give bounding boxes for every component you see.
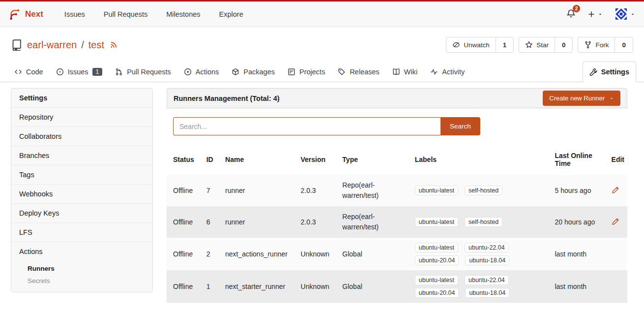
code-icon: [14, 68, 22, 76]
brand-name: Next: [25, 9, 43, 19]
label-chip: self-hosted: [465, 186, 502, 195]
pull-request-icon: [115, 68, 123, 76]
search-button[interactable]: Search: [440, 117, 480, 135]
sidebar-item-deploy-keys[interactable]: Deploy Keys: [11, 203, 152, 222]
tab-projects[interactable]: Projects: [281, 62, 331, 82]
runner-row: Offline7runner2.0.3Repo(earl-warren/test…: [167, 175, 627, 206]
tag-icon: [338, 68, 346, 76]
edit-runner-button[interactable]: [612, 186, 619, 194]
tab-releases[interactable]: Releases: [331, 62, 385, 82]
user-menu-dropdown[interactable]: [615, 7, 635, 21]
search-input[interactable]: [173, 117, 440, 135]
repo-owner-link[interactable]: earl-warren: [27, 39, 77, 51]
tab-code[interactable]: Code: [8, 62, 50, 82]
repo-tabs: CodeIssues1Pull RequestsActionsPackagesP…: [0, 62, 644, 82]
sidebar-item-tags[interactable]: Tags: [11, 165, 152, 184]
tab-label: Settings: [601, 68, 629, 76]
label-chip: ubuntu-latest: [415, 275, 458, 285]
forgejo-logo-icon: [9, 8, 21, 20]
tab-actions[interactable]: Actions: [177, 62, 226, 82]
tab-issues[interactable]: Issues1: [50, 62, 109, 82]
pulse-icon: [430, 68, 438, 76]
runner-status: Offline: [167, 270, 203, 303]
watchers-count[interactable]: 1: [496, 37, 514, 52]
column-header-edit: Edit: [608, 144, 627, 175]
star-button[interactable]: Star: [519, 37, 555, 52]
main-navbar: Next IssuesPull RequestsMilestonesExplor…: [0, 1, 644, 27]
runner-edit-cell: [608, 238, 627, 270]
sidebar-item-branches[interactable]: Branches: [11, 146, 152, 165]
label-chip: ubuntu-latest: [415, 217, 458, 227]
chevron-down-icon: [598, 12, 603, 17]
brand-logo[interactable]: Next: [9, 8, 43, 20]
forks-count[interactable]: 0: [615, 37, 633, 52]
sidebar-item-collaborators[interactable]: Collaborators: [11, 127, 152, 146]
runner-edit-cell: [608, 270, 627, 303]
package-icon: [232, 68, 239, 76]
create-new-dropdown[interactable]: [587, 10, 603, 18]
nav-item-milestones[interactable]: Milestones: [157, 1, 209, 27]
play-circle-icon: [184, 68, 192, 76]
runner-row: Offline6runner2.0.3Repo(earl-warren/test…: [167, 206, 627, 238]
create-new-runner-label: Create new Runner: [549, 95, 605, 102]
nav-item-explore[interactable]: Explore: [210, 1, 253, 27]
sidebar-subitem-secrets[interactable]: Secrets: [11, 275, 152, 287]
nav-item-pull-requests[interactable]: Pull Requests: [94, 1, 157, 27]
runner-id: 2: [203, 238, 221, 270]
sidebar-header-settings: Settings: [11, 89, 152, 107]
runner-last-online: last month: [551, 238, 607, 270]
settings-sidebar: Settings RepositoryCollaboratorsBranches…: [11, 88, 153, 292]
notification-count-badge: 2: [573, 5, 580, 12]
tab-label: Actions: [196, 68, 219, 76]
column-header-labels: Labels: [411, 144, 551, 175]
table-header-row: StatusIDNameVersionTypeLabelsLast Online…: [167, 144, 627, 175]
issue-icon: [56, 68, 64, 76]
label-chip: ubuntu-latest: [415, 243, 458, 253]
tab-settings[interactable]: Settings: [583, 62, 636, 82]
tab-packages[interactable]: Packages: [225, 62, 281, 82]
repo-title: earl-warren / test: [11, 39, 117, 51]
nav-item-issues[interactable]: Issues: [55, 1, 94, 27]
content-area: Settings RepositoryCollaboratorsBranches…: [0, 82, 644, 303]
runner-id: 7: [203, 175, 221, 206]
edit-runner-button[interactable]: [612, 218, 619, 225]
tab-label: Activity: [442, 68, 465, 76]
tab-pull-requests[interactable]: Pull Requests: [109, 62, 177, 82]
runner-status: Offline: [167, 175, 203, 206]
stars-count[interactable]: 0: [555, 37, 573, 52]
label-chip: self-hosted: [465, 217, 502, 227]
create-new-runner-button[interactable]: Create new Runner: [543, 91, 620, 106]
sidebar-subitem-runners[interactable]: Runners: [11, 262, 152, 275]
tab-activity[interactable]: Activity: [424, 62, 471, 82]
tab-label: Issues: [68, 68, 88, 76]
label-chip: ubuntu-latest: [415, 186, 458, 195]
page-title: Runners Management (Total: 4): [174, 95, 280, 102]
sidebar-item-repository[interactable]: Repository: [11, 107, 152, 127]
unwatch-button[interactable]: Unwatch: [446, 37, 496, 52]
runner-labels: ubuntu-latestself-hosted: [411, 175, 551, 206]
runner-id: 6: [203, 206, 221, 238]
runner-version: Unknown: [297, 238, 339, 270]
column-header-name: Name: [221, 144, 296, 175]
sidebar-item-actions[interactable]: Actions: [11, 242, 152, 261]
runner-edit-cell: [608, 206, 627, 238]
sidebar-item-lfs[interactable]: LFS: [11, 222, 152, 242]
star-label: Star: [536, 41, 549, 49]
notifications-button[interactable]: 2: [566, 9, 576, 20]
runner-last-online: 5 hours ago: [551, 175, 607, 206]
runner-id: 1: [203, 270, 221, 303]
repo-name-link[interactable]: test: [88, 39, 104, 51]
tools-icon: [589, 68, 597, 76]
column-header-version: Version: [297, 144, 339, 175]
sidebar-item-webhooks[interactable]: Webhooks: [11, 184, 152, 203]
main-panel: Runners Management (Total: 4) Create new…: [167, 88, 627, 303]
search-row: Search: [167, 108, 627, 144]
tab-wiki[interactable]: Wiki: [386, 62, 424, 82]
repo-actions: Unwatch 1 Star 0: [446, 37, 633, 53]
rss-feed-icon[interactable]: [110, 41, 117, 49]
runner-name: next_starter_runner: [221, 270, 296, 303]
pencil-icon: [612, 218, 619, 225]
fork-button[interactable]: Fork: [578, 37, 615, 52]
label-chip: ubuntu-22.04: [465, 243, 509, 253]
runner-row: Offline1next_starter_runnerUnknownGlobal…: [167, 270, 627, 303]
